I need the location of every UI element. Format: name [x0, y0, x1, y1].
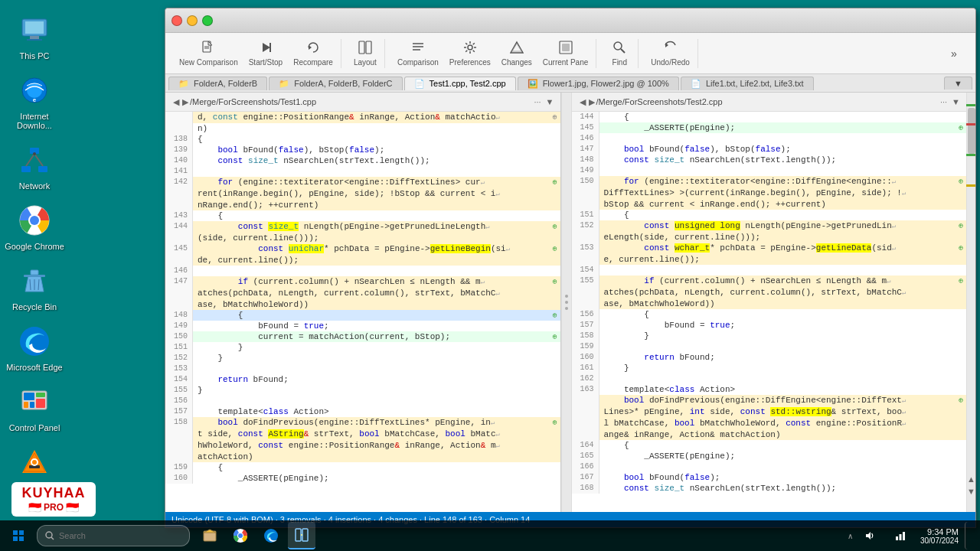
comparison-button[interactable]: Comparison: [393, 39, 443, 68]
scrollbar-down-btn[interactable]: ▼: [966, 486, 976, 497]
network-label: Network: [19, 181, 50, 191]
taskbar-network-icon[interactable]: [887, 522, 914, 549]
right-nav-back[interactable]: ◀: [580, 97, 586, 107]
code-line: 165 _ASSERTE(pEngine);: [572, 451, 967, 461]
scrollbar-up-btn[interactable]: ▲: [966, 474, 976, 484]
code-line: de, current.line());: [165, 255, 560, 266]
taskbar-search-box[interactable]: [37, 525, 190, 546]
tab-test-files[interactable]: 📄 Test1.cpp, Test2.cpp: [404, 77, 516, 90]
changes-button[interactable]: Changes: [497, 39, 537, 68]
left-nav-forward[interactable]: ▶: [182, 97, 188, 107]
code-line: 145 const unichar* pchData = pEngine->ge…: [165, 243, 560, 255]
taskbar-show-desktop[interactable]: [965, 522, 971, 549]
diff-btn-r155[interactable]: ⊕: [956, 276, 966, 286]
desktop-icon-thispc[interactable]: This PC: [0, 8, 69, 64]
tab-flower[interactable]: 🖼️ Flower1.jpg, Flower2.jpg @ 100%: [518, 77, 679, 90]
title-bar: [165, 8, 975, 33]
left-nav-back[interactable]: ◀: [173, 97, 179, 107]
diff-btn[interactable]: ⊕: [550, 177, 560, 187]
diff-btn-r150[interactable]: ⊕: [956, 176, 966, 187]
undo-redo-button[interactable]: Undo/Redo: [646, 39, 694, 68]
diff-btn-r152[interactable]: ⊕: [956, 220, 966, 231]
diff-btn-158[interactable]: ⊕: [550, 417, 560, 428]
diff-expand-btn[interactable]: ⊕: [550, 112, 560, 122]
taskbar-explorer[interactable]: [196, 522, 224, 549]
expand-icon: »: [951, 47, 957, 60]
desktop-icon-controlpanel[interactable]: Control Panel: [0, 380, 69, 436]
sys-tray-up[interactable]: ∧: [848, 532, 853, 540]
startStop-label: Start/Stop: [249, 58, 283, 67]
splitter[interactable]: [561, 93, 572, 512]
code-line: atchAction): [165, 452, 560, 462]
chrome-label: Google Chrome: [5, 242, 64, 251]
diff-indicator-added: [966, 104, 975, 106]
tab-life[interactable]: 📄 Life1.txt, Life2.txt, Life3.txt: [681, 77, 814, 90]
diff-scrollbar[interactable]: ▲ ▼: [966, 93, 975, 512]
tab-overflow[interactable]: ▼: [944, 77, 972, 90]
desktop-icon-network[interactable]: Network: [0, 138, 69, 194]
code-line: 160 return bFound;: [572, 352, 967, 363]
toolbar-group-view: Layout: [346, 39, 385, 68]
taskbar-beyondcompare[interactable]: [288, 522, 315, 549]
desktop-icon-internet[interactable]: e Internet Downlo...: [0, 68, 69, 134]
code-line: 166: [572, 461, 967, 472]
expand-button[interactable]: »: [939, 46, 969, 61]
svg-rect-26: [36, 393, 45, 397]
taskbar-search-input[interactable]: [59, 531, 166, 540]
diff-btn-144[interactable]: ⊕: [550, 221, 560, 232]
left-pane-down[interactable]: ▼: [546, 97, 554, 106]
desktop-icon-recycle[interactable]: Recycle Bin: [0, 259, 69, 315]
diff-btn-145[interactable]: ⊕: [550, 243, 560, 254]
close-button[interactable]: [172, 15, 182, 26]
taskbar-pinned-icons: [196, 522, 315, 549]
startStop-button[interactable]: Start/Stop: [244, 39, 287, 68]
svg-rect-70: [903, 532, 905, 540]
taskbar-speaker[interactable]: [856, 522, 884, 549]
undo-redo-icon: [664, 41, 678, 57]
left-ellipsis[interactable]: ···: [534, 97, 541, 106]
diff-btn-r163[interactable]: ⊕: [956, 395, 966, 406]
recompare-button[interactable]: Recompare: [289, 39, 338, 68]
minimize-button[interactable]: [187, 15, 198, 26]
right-code-container[interactable]: 144 { 145 _ASSERTE(pEngine); ⊕ 146: [572, 112, 967, 512]
maximize-button[interactable]: [202, 15, 213, 26]
diff-btn-148[interactable]: ⊕: [550, 310, 560, 321]
svg-line-50: [621, 49, 625, 53]
life-icon: 📄: [691, 79, 701, 89]
taskbar-edge[interactable]: [257, 522, 285, 549]
kuyhaa-sub: PRO: [44, 502, 64, 513]
taskbar-chrome[interactable]: [227, 522, 254, 549]
svg-point-12: [33, 152, 36, 155]
right-nav-forward[interactable]: ▶: [589, 97, 595, 107]
svg-rect-54: [13, 536, 18, 541]
scrollbar-thumb[interactable]: [968, 108, 975, 154]
code-line: d, const engine::PositionRange& inRange,…: [165, 112, 560, 123]
diff-btn-r153[interactable]: ⊕: [956, 243, 966, 253]
desktop-icon-edge[interactable]: Microsoft Edge: [0, 319, 69, 376]
diff-btn-150[interactable]: ⊕: [550, 331, 560, 342]
current-pane-button[interactable]: Current Pane: [538, 39, 593, 68]
new-comparison-button[interactable]: New Comparison: [175, 39, 243, 68]
left-code-container[interactable]: d, const engine::PositionRange& inRange,…: [165, 112, 560, 512]
find-button[interactable]: Find: [604, 39, 635, 68]
preferences-button[interactable]: Preferences: [445, 39, 495, 68]
clock-date: 30/07/2024: [920, 536, 959, 545]
diff-btn-147[interactable]: ⊕: [550, 276, 560, 287]
code-line: 168 const size_t nSearchLen(strText.leng…: [572, 483, 967, 494]
right-ellipsis[interactable]: ···: [940, 97, 947, 106]
left-pane-header: ◀ ▶ /Merge/ForScreenshots/Test1.cpp ··· …: [165, 93, 560, 112]
diff-btn-r145[interactable]: ⊕: [956, 122, 966, 133]
svg-rect-39: [359, 41, 364, 54]
controlpanel-label: Control Panel: [9, 423, 60, 432]
folder-abc-icon: 📁: [279, 79, 289, 89]
desktop-icon-chrome[interactable]: Google Chrome: [0, 198, 69, 255]
layout-button[interactable]: Layout: [349, 39, 381, 68]
right-pane-down[interactable]: ▼: [952, 97, 960, 106]
code-line: ase, bMatchWholeWord)): [572, 298, 967, 309]
svg-line-11: [34, 154, 43, 166]
tab-folder-ab[interactable]: 📁 FolderA, FolderB: [168, 77, 267, 90]
recompare-label: Recompare: [293, 58, 333, 67]
svg-rect-2: [30, 36, 39, 39]
tab-folder-abc[interactable]: 📁 FolderA, FolderB, FolderC: [269, 77, 402, 90]
start-button[interactable]: [3, 520, 34, 551]
